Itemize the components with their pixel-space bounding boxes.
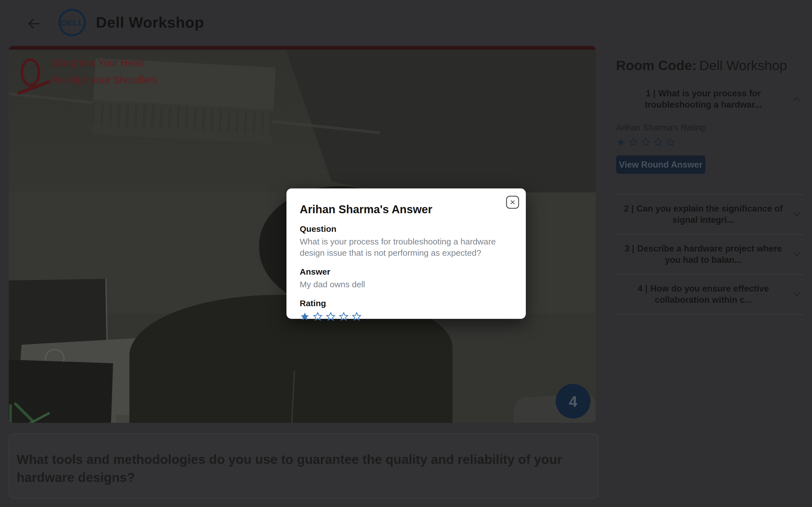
question-4-number: 4 | (638, 284, 648, 293)
question-4-text: 4 |How do you ensure effective collabora… (616, 283, 791, 305)
close-icon (509, 198, 516, 206)
chevron-down-icon[interactable] (791, 288, 803, 300)
star-icon[interactable] (300, 312, 310, 322)
room-code-label: Room Code: (616, 58, 696, 73)
modal-question-text: What is your process for troubleshooting… (300, 236, 510, 259)
answer-modal: Arihan Sharma's Answer Question What is … (287, 188, 526, 319)
question-accordion-item-4: 4 |How do you ensure effective collabora… (616, 275, 803, 314)
star-icon (628, 137, 638, 147)
chevron-up-icon[interactable] (791, 93, 803, 105)
modal-rating-label: Rating (300, 298, 513, 308)
question-2-header[interactable]: 2 |Can you explain the significance of s… (616, 203, 803, 226)
video-green-cable (9, 404, 12, 423)
video-ac-vent (91, 58, 275, 144)
star-icon (616, 137, 626, 147)
question-1-number: 1 | (646, 89, 656, 98)
view-round-answer-button[interactable]: View Round Answer (616, 156, 705, 174)
current-question-card: What tools and methodologies do you use … (9, 434, 598, 499)
sidebar: Room Code:Dell Workshop 1 |What is your … (616, 58, 803, 315)
chevron-down-icon[interactable] (791, 208, 803, 221)
dell-logo-icon: DELL (57, 8, 87, 38)
posture-warning-icon (20, 58, 40, 87)
question-accordion-item-1: 1 |What is your process for troubleshoot… (616, 88, 803, 194)
question-accordion-item-3: 3 |Describe a hardware project where you… (616, 235, 803, 274)
room-code: Room Code:Dell Workshop (616, 58, 803, 73)
modal-question-label: Question (300, 224, 513, 234)
divider (616, 314, 803, 315)
star-icon[interactable] (326, 312, 336, 322)
modal-rating-stars (300, 312, 513, 322)
star-icon (653, 137, 663, 147)
star-icon[interactable] (352, 312, 362, 322)
round-number-badge: 4 (556, 384, 591, 418)
header: DELL Dell Workshop (0, 0, 812, 47)
question-1-header[interactable]: 1 |What is your process for troubleshoot… (616, 88, 803, 110)
star-icon (641, 137, 651, 147)
modal-answer-label: Answer (300, 267, 513, 277)
posture-warning-text-1: Straighten Your Head (50, 57, 144, 68)
modal-close-button[interactable] (506, 196, 519, 209)
question-3-text: 3 |Describe a hardware project where you… (616, 243, 791, 266)
page-title: Dell Workshop (96, 13, 204, 31)
app-root: DELL Dell Workshop Straighten Your Head (0, 0, 812, 507)
dell-logo-text: DELL (61, 18, 84, 27)
modal-title: Arihan Sharma's Answer (300, 203, 513, 216)
modal-answer-text: My dad owns dell (300, 279, 510, 290)
question-3-header[interactable]: 3 |Describe a hardware project where you… (616, 243, 803, 266)
back-button[interactable] (26, 16, 42, 32)
sidebar-rating-stars (616, 137, 803, 147)
question-2-text: 2 |Can you explain the significance of s… (616, 203, 791, 226)
question-4-header[interactable]: 4 |How do you ensure effective collabora… (616, 283, 803, 305)
posture-warning-text-2: Re-Align your Shoudlers (50, 74, 157, 86)
room-code-value: Dell Workshop (699, 58, 787, 73)
question-accordion-item-2: 2 |Can you explain the significance of s… (616, 194, 803, 234)
question-1-text: 1 |What is your process for troubleshoot… (616, 88, 791, 110)
current-question-text: What tools and methodologies do you use … (17, 450, 589, 487)
star-icon (666, 137, 675, 147)
star-icon[interactable] (313, 312, 323, 322)
participant-rating-caption: Arihan Sharma's Rating: (616, 123, 803, 132)
back-arrow-icon (26, 16, 42, 32)
question-2-number: 2 | (624, 204, 634, 214)
video-alert-top-bar (9, 46, 596, 50)
question-3-number: 3 | (625, 244, 635, 253)
chevron-down-icon[interactable] (791, 248, 803, 261)
star-icon[interactable] (339, 312, 349, 322)
